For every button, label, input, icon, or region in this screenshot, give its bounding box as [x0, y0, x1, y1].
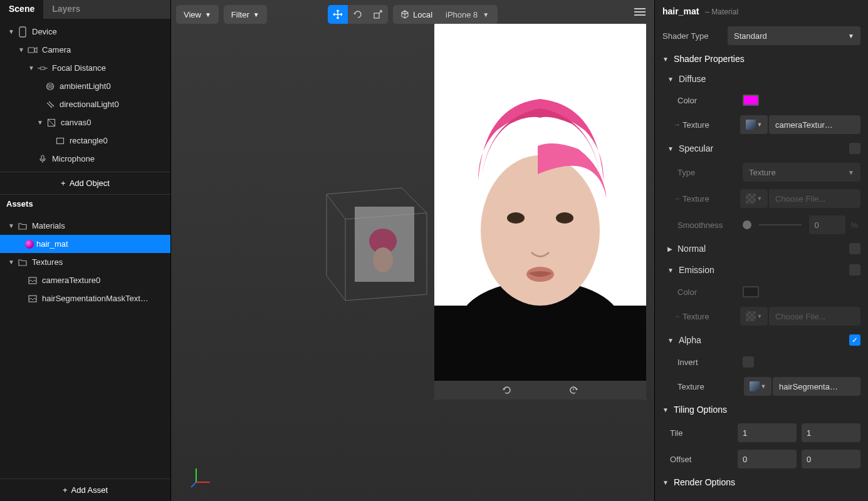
emission-texture-thumb[interactable]: ▼ — [740, 307, 768, 326]
section-title: Render Options — [674, 477, 735, 487]
link-arrow-icon: → — [674, 121, 682, 128]
axis-gizmo — [190, 463, 215, 488]
tree-item-hair-mat[interactable]: hair_mat — [0, 235, 170, 253]
emission-texture-field[interactable]: Choose File... — [769, 307, 860, 326]
tile-x-input[interactable]: 1 — [738, 423, 797, 442]
move-tool-button[interactable] — [328, 5, 348, 24]
alpha-texture-thumb[interactable]: ▼ — [744, 377, 771, 396]
section-specular[interactable]: ▼ Specular — [655, 138, 868, 159]
chevron-down-icon: ▼ — [667, 267, 674, 274]
viewport[interactable]: View▼ Filter▼ Local iPhone 8 ▼ — [171, 0, 654, 501]
microphone-icon — [36, 155, 49, 163]
section-title: Emission — [679, 265, 714, 275]
inspector-title: hair_mat — [662, 6, 699, 16]
plus-icon: + — [61, 178, 66, 188]
local-label: Local — [413, 10, 432, 19]
alpha-toggle[interactable]: ✓ — [849, 334, 860, 346]
percent-icon: % — [848, 220, 860, 230]
emission-color-label: Color — [677, 287, 743, 297]
refresh-icon[interactable] — [502, 385, 512, 395]
reset-icon[interactable] — [568, 385, 578, 395]
assets-header: Assets — [0, 194, 170, 213]
emission-color-picker[interactable] — [743, 286, 759, 297]
diffuse-texture-label: Texture — [682, 120, 740, 130]
chevron-down-icon: ▼ — [483, 11, 489, 18]
section-normal[interactable]: ▶ Normal — [655, 238, 868, 259]
section-diffuse[interactable]: ▼ Diffuse — [655, 69, 868, 89]
link-arrow-icon: → — [674, 195, 682, 202]
inspector-subtitle: – Material — [705, 8, 738, 16]
offset-x-input[interactable]: 0 — [738, 450, 797, 468]
shader-type-label: Shader Type — [662, 31, 728, 41]
material-swatch-icon — [25, 240, 34, 249]
tree-item-canvas[interactable]: ▼ canvas0 — [0, 113, 170, 132]
section-tiling[interactable]: ▼ Tiling Options — [655, 400, 868, 420]
tab-scene[interactable]: Scene — [0, 0, 43, 19]
directional-light-icon — [44, 100, 56, 109]
add-object-label: Add Object — [70, 178, 110, 188]
tree-item-ambient[interactable]: ambientLight0 — [0, 77, 170, 95]
rotate-tool-button[interactable] — [348, 5, 368, 24]
smoothness-value[interactable]: 0 — [809, 215, 845, 234]
tile-y-input[interactable]: 1 — [802, 423, 860, 442]
scale-tool-button[interactable] — [368, 5, 388, 24]
add-asset-button[interactable]: + Add Asset — [0, 478, 170, 501]
filter-label: Filter — [231, 10, 249, 19]
diffuse-color-picker[interactable] — [743, 95, 759, 106]
chevron-down-icon: ▼ — [848, 169, 854, 176]
specular-texture-thumb[interactable]: ▼ — [740, 189, 768, 208]
specular-type-dropdown[interactable]: Texture ▼ — [743, 163, 860, 182]
diffuse-texture-field[interactable]: cameraTextur… — [769, 115, 860, 134]
emission-toggle[interactable] — [849, 264, 860, 276]
tree-item-camera-texture[interactable]: cameraTexture0 — [0, 271, 170, 289]
svg-point-29 — [481, 155, 600, 306]
alpha-texture-label: Texture — [677, 382, 744, 391]
specular-type-label: Type — [677, 168, 743, 177]
smoothness-slider[interactable] — [743, 220, 751, 229]
specular-texture-field[interactable]: Choose File... — [769, 189, 860, 208]
smoothness-label: Smoothness — [677, 220, 743, 230]
tree-item-device[interactable]: ▼ Device — [0, 23, 170, 41]
diffuse-texture-thumb[interactable]: ▼ — [740, 115, 768, 134]
section-title: Specular — [679, 143, 713, 153]
tree-item-rectangle[interactable]: rectangle0 — [0, 132, 170, 150]
alpha-texture-field[interactable]: hairSegmenta… — [773, 377, 860, 396]
tree-item-textures[interactable]: ▼ Textures — [0, 253, 170, 271]
tree-label: Focal Distance — [52, 63, 106, 73]
coordinate-space-button[interactable]: Local — [393, 5, 440, 24]
svg-point-25 — [373, 247, 393, 272]
tree-label: hairSegmentationMaskText… — [42, 294, 149, 303]
section-render-options[interactable]: ▼ Render Options — [655, 472, 868, 492]
offset-label: Offset — [670, 455, 738, 464]
section-title: Alpha — [679, 335, 701, 345]
section-title: Diffuse — [679, 74, 706, 84]
chevron-down-icon: ▼ — [6, 259, 16, 266]
tree-item-directional[interactable]: directionalLight0 — [0, 95, 170, 113]
view-dropdown[interactable]: View▼ — [176, 5, 219, 24]
filter-dropdown[interactable]: Filter▼ — [224, 5, 267, 24]
tree-item-focal[interactable]: ▼ Focal Distance — [0, 59, 170, 77]
section-shader-properties[interactable]: ▼ Shader Properties — [655, 49, 868, 69]
svg-rect-0 — [19, 27, 26, 37]
specular-toggle[interactable] — [849, 143, 860, 154]
tree-item-camera[interactable]: ▼ Camera — [0, 41, 170, 59]
tab-layers[interactable]: Layers — [43, 0, 170, 19]
tree-item-microphone[interactable]: ▼ Microphone — [0, 150, 170, 168]
add-object-button[interactable]: + Add Object — [0, 172, 170, 194]
offset-y-input[interactable]: 0 — [802, 450, 860, 468]
chevron-down-icon: ▼ — [26, 65, 36, 71]
svg-rect-2 — [40, 67, 45, 70]
tree-item-hair-seg-texture[interactable]: hairSegmentationMaskText… — [0, 289, 170, 307]
normal-toggle[interactable] — [849, 243, 860, 254]
section-emission[interactable]: ▼ Emission — [655, 259, 868, 281]
tree-item-materials[interactable]: ▼ Materials — [0, 217, 170, 235]
device-selector[interactable]: iPhone 8 ▼ — [437, 5, 498, 24]
section-title: Shader Properties — [674, 54, 745, 64]
shader-type-dropdown[interactable]: Standard ▼ — [728, 26, 860, 45]
section-alpha[interactable]: ▼ Alpha ✓ — [655, 329, 868, 351]
invert-checkbox[interactable] — [743, 356, 754, 368]
tree-label: Textures — [32, 257, 63, 267]
link-arrow-icon: → — [674, 312, 682, 320]
inspector-panel: hair_mat – Material Shader Type Standard… — [654, 0, 868, 501]
hamburger-menu-icon[interactable] — [634, 8, 646, 16]
